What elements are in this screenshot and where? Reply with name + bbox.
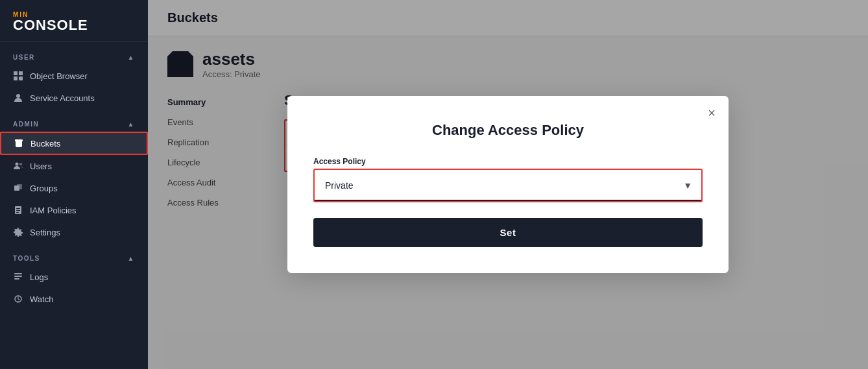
person-icon — [13, 93, 23, 103]
grid-icon — [13, 71, 23, 81]
sidebar-item-settings[interactable]: Settings — [0, 221, 148, 243]
settings-icon — [13, 227, 23, 237]
sidebar-item-label: Logs — [30, 272, 48, 282]
sidebar-item-label: IAM Policies — [30, 206, 77, 215]
sidebar-item-label: Watch — [30, 294, 53, 304]
sidebar-section-admin: ADMIN ▲ — [0, 109, 148, 132]
logo-io: CONSOLE — [13, 18, 135, 32]
modal-close-button[interactable]: × — [708, 106, 716, 119]
access-policy-form-group: Access Policy Private Public Custom ▼ — [313, 157, 703, 202]
svg-rect-15 — [14, 273, 22, 274]
watch-icon — [13, 294, 23, 304]
group-icon — [13, 183, 23, 193]
sidebar-item-label: Settings — [30, 228, 60, 237]
svg-rect-2 — [14, 77, 18, 80]
logs-icon — [13, 272, 23, 282]
set-button[interactable]: Set — [313, 218, 703, 247]
sidebar-item-label: Groups — [30, 184, 58, 193]
svg-rect-12 — [16, 210, 20, 211]
svg-point-4 — [16, 94, 20, 98]
sidebar-item-watch[interactable]: Watch — [0, 288, 148, 310]
svg-rect-20 — [18, 302, 19, 303]
svg-rect-16 — [14, 276, 22, 277]
sidebar-item-object-browser[interactable]: Object Browser — [0, 65, 148, 87]
select-wrapper: Private Public Custom ▼ — [313, 169, 703, 202]
svg-rect-5 — [15, 139, 23, 141]
sidebar-item-iam-policies[interactable]: IAM Policies — [0, 199, 148, 221]
policy-icon — [13, 205, 23, 215]
users-icon — [13, 161, 23, 171]
sidebar-item-logs[interactable]: Logs — [0, 266, 148, 288]
main-content: Buckets assets Access: Private Summary E… — [148, 0, 868, 369]
sidebar-item-label: Buckets — [30, 139, 60, 149]
select-underline — [315, 200, 701, 201]
sidebar-item-groups[interactable]: Groups — [0, 177, 148, 199]
bucket-icon — [14, 138, 24, 149]
svg-rect-1 — [19, 71, 23, 75]
svg-point-6 — [16, 163, 19, 166]
sidebar-item-label: Users — [30, 161, 52, 171]
sidebar-section-user: USER ▲ — [0, 42, 148, 65]
sidebar-item-label: Object Browser — [30, 71, 88, 81]
sidebar-item-buckets[interactable]: Buckets — [0, 132, 148, 155]
chevron-up-icon: ▲ — [128, 54, 135, 61]
svg-point-7 — [19, 163, 22, 165]
sidebar-section-tools: TOOLS ▲ — [0, 243, 148, 266]
svg-rect-3 — [19, 77, 23, 80]
sidebar-item-service-accounts[interactable]: Service Accounts — [0, 87, 148, 109]
logo: MIN CONSOLE — [0, 0, 148, 42]
svg-rect-9 — [17, 184, 22, 189]
svg-rect-11 — [16, 208, 20, 209]
chevron-up-icon: ▲ — [128, 121, 135, 128]
svg-rect-13 — [16, 212, 19, 213]
modal-title: Change Access Policy — [313, 122, 703, 139]
sidebar-item-users[interactable]: Users — [0, 155, 148, 177]
svg-rect-0 — [14, 71, 18, 75]
access-policy-select[interactable]: Private Public Custom — [315, 171, 701, 200]
svg-rect-19 — [18, 296, 19, 297]
modal-overlay: × Change Access Policy Access Policy Pri… — [148, 0, 868, 369]
chevron-up-icon: ▲ — [128, 255, 135, 262]
form-label-access-policy: Access Policy — [313, 157, 703, 166]
sidebar-item-label: Service Accounts — [30, 93, 95, 103]
sidebar: MIN CONSOLE USER ▲ Object Browser Servic… — [0, 0, 148, 369]
svg-rect-17 — [14, 278, 19, 280]
change-access-policy-modal: × Change Access Policy Access Policy Pri… — [287, 96, 729, 273]
